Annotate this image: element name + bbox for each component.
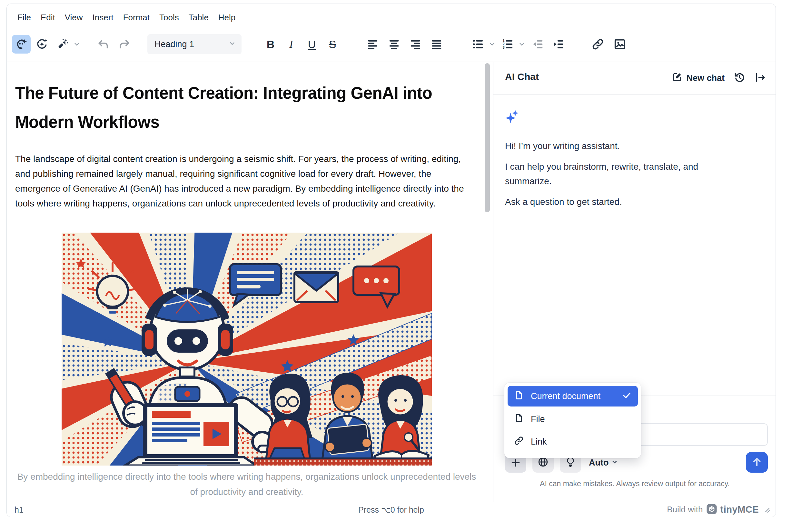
model-select-value: Auto <box>589 458 608 468</box>
ai-shortcuts-chevron[interactable] <box>72 35 82 54</box>
help-shortcut-text: Press ⌥0 for help <box>7 505 775 515</box>
compose-icon <box>672 72 682 84</box>
underline-button[interactable]: U <box>301 35 322 54</box>
status-bar: h1 Press ⌥0 for help Build with tinyMCE <box>7 502 775 517</box>
menu-table[interactable]: Table <box>184 9 213 26</box>
align-left-button[interactable] <box>363 35 382 54</box>
outdent-button[interactable] <box>528 35 547 54</box>
document-heading[interactable]: The Future of Content Creation: Integrat… <box>15 79 444 137</box>
indent-button[interactable] <box>549 35 568 54</box>
format-select-value: Heading 1 <box>154 39 229 49</box>
editor-scrollbar[interactable] <box>485 63 490 212</box>
menu-item-label: Link <box>531 437 631 447</box>
check-icon <box>622 390 631 402</box>
menu-view[interactable]: View <box>60 9 88 26</box>
format-select[interactable]: Heading 1 <box>147 34 242 54</box>
chevron-down-icon <box>611 458 618 467</box>
menu-item-link[interactable]: Link <box>507 430 638 453</box>
assistant-sparkles-icon <box>505 109 520 125</box>
ai-review-button[interactable] <box>33 35 51 54</box>
menu-edit[interactable]: Edit <box>36 9 60 26</box>
magic-wand-icon <box>57 38 69 50</box>
bullet-list-button[interactable] <box>469 35 487 54</box>
document-icon <box>514 413 524 425</box>
menu-help[interactable]: Help <box>213 9 240 26</box>
image-caption[interactable]: By embedding intelligence directly into … <box>15 469 478 499</box>
align-justify-button[interactable] <box>427 35 446 54</box>
align-right-button[interactable] <box>406 35 425 54</box>
insert-image-button[interactable] <box>610 35 629 54</box>
toolbar: Heading 1 B I U S <box>12 34 629 55</box>
assistant-message: Hi! I’m your writing assistant. <box>505 139 726 153</box>
menu-file[interactable]: File <box>13 9 36 26</box>
menu-tools[interactable]: Tools <box>154 9 184 26</box>
build-with-label: Build with <box>667 505 703 515</box>
menu-item-file[interactable]: File <box>507 408 638 430</box>
strikethrough-button[interactable]: S <box>322 35 343 54</box>
ai-disclaimer: AI can make mistakes. Always review outp… <box>493 479 776 488</box>
new-chat-button[interactable]: New chat <box>672 72 725 84</box>
italic-button[interactable]: I <box>281 35 301 54</box>
menu-item-label: Current document <box>531 392 615 401</box>
menu-format[interactable]: Format <box>118 9 154 26</box>
menu-item-current-document[interactable]: Current document <box>507 386 638 406</box>
lightbulb-icon <box>565 457 576 469</box>
document-illustration[interactable] <box>62 233 432 465</box>
editor-content[interactable]: The Future of Content Creation: Integrat… <box>7 62 485 502</box>
numbered-list-chevron[interactable] <box>517 35 527 54</box>
chat-header-divider <box>493 94 776 95</box>
ai-shortcuts-button[interactable] <box>53 35 72 54</box>
image-icon <box>614 38 626 50</box>
ai-chat-bubble-icon <box>15 38 27 50</box>
ai-chat-button[interactable] <box>12 35 30 54</box>
close-panel-button[interactable] <box>754 72 766 84</box>
editor-window: File Edit View Insert Format Tools Table… <box>6 3 776 517</box>
menu-item-label: File <box>531 414 631 424</box>
new-chat-label: New chat <box>686 73 725 83</box>
redo-button[interactable] <box>115 35 134 54</box>
bold-button[interactable]: B <box>260 35 281 54</box>
brand-name[interactable]: tinyMCE <box>721 504 759 515</box>
numbered-list-button[interactable]: 1 2 3 <box>498 35 517 54</box>
ai-chat-header: AI Chat New chat <box>493 62 776 94</box>
chat-history-button[interactable] <box>734 72 745 84</box>
arrow-up-icon <box>751 456 763 469</box>
undo-button[interactable] <box>94 35 112 54</box>
context-dropdown-menu: Current document File Link <box>504 383 641 458</box>
assistant-message: I can help you brainstorm, rewrite, tran… <box>505 159 726 188</box>
menu-insert[interactable]: Insert <box>88 9 118 26</box>
menu-bar: File Edit View Insert Format Tools Table… <box>13 8 240 26</box>
document-icon <box>514 390 524 402</box>
document-paragraph[interactable]: The landscape of digital content creatio… <box>15 152 478 211</box>
link-icon <box>514 436 524 448</box>
assistant-messages: Hi! I’m your writing assistant. I can he… <box>505 139 760 215</box>
chevron-down-icon <box>229 40 236 48</box>
link-button[interactable] <box>588 35 607 54</box>
bullet-list-chevron[interactable] <box>487 35 497 54</box>
align-center-button[interactable] <box>385 35 403 54</box>
assistant-message: Ask a question to get started. <box>505 195 726 209</box>
ai-chat-title: AI Chat <box>505 71 539 82</box>
resize-handle-icon[interactable] <box>762 505 770 515</box>
tinymce-logo-icon[interactable] <box>706 504 717 516</box>
globe-icon <box>538 457 548 469</box>
send-button[interactable] <box>746 452 768 473</box>
link-icon <box>592 38 604 50</box>
svg-text:3: 3 <box>502 45 504 49</box>
ai-sparkle-circle-icon <box>36 38 48 50</box>
